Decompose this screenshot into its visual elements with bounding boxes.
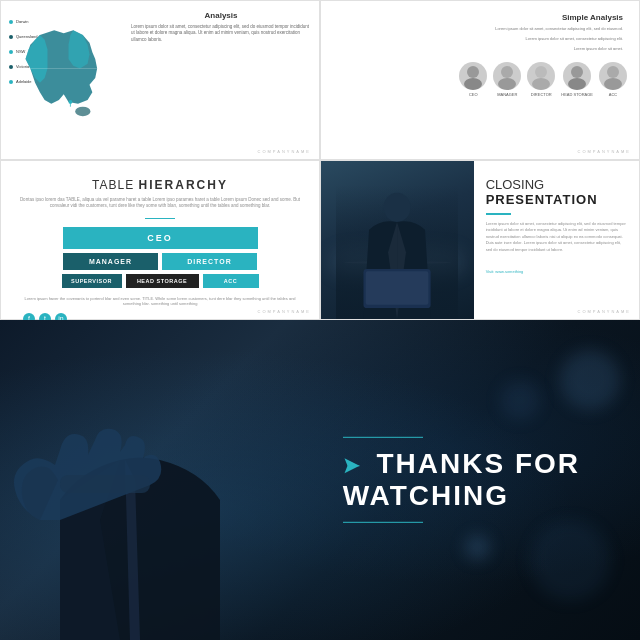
bokeh-4 bbox=[465, 535, 490, 560]
thumbs-up-illustration bbox=[0, 320, 300, 640]
company-tag-map: companyname bbox=[258, 149, 311, 154]
paper-plane-icon bbox=[343, 456, 361, 474]
hierarchy-subtitle: Dontas ipso lorem das TABLE, aliqua uia … bbox=[17, 197, 303, 210]
nsw-label: NSW bbox=[16, 49, 25, 54]
avatar-headstorage: HEAD STORAGE bbox=[561, 62, 593, 97]
closing-text: Lorem ipsum dolor sit amet, consectetur … bbox=[486, 221, 627, 253]
thanks-line-top bbox=[343, 437, 423, 438]
svg-point-10 bbox=[571, 66, 583, 78]
slide-hierarchy: TABLE HIERARCHY Dontas ipso lorem das TA… bbox=[0, 160, 320, 320]
presentation-grid: Darwin Queensland NSW Victoria Adelaide … bbox=[0, 0, 640, 640]
location-nsw: NSW bbox=[9, 49, 38, 54]
hierarchy-title-thin: TABLE bbox=[92, 178, 134, 192]
darwin-dot bbox=[9, 20, 13, 24]
svg-point-6 bbox=[501, 66, 513, 78]
thanks-content: THANKS FOR WATCHING bbox=[343, 437, 580, 523]
avatar-manager-circle bbox=[493, 62, 521, 90]
bokeh-1 bbox=[560, 350, 620, 410]
simple-text3: Lorem ipsum dolor sit amet. bbox=[337, 46, 623, 52]
hierarchy-title-bold: HIERARCHY bbox=[139, 178, 228, 192]
location-darwin: Darwin bbox=[9, 19, 38, 24]
analysis-section: Analysis Lorem ipsum dolor sit amet, con… bbox=[131, 11, 311, 43]
company-tag-simple: companyname bbox=[578, 149, 631, 154]
closing-link[interactable]: Visit: www.something bbox=[486, 269, 524, 274]
bottom-row: SUPERVISOR HEAD STORAGE ACC bbox=[62, 274, 259, 288]
avatar-ceo-circle bbox=[459, 62, 487, 90]
closing-title-thin: CLOSING bbox=[486, 177, 627, 192]
svg-point-14 bbox=[384, 193, 411, 222]
avatars-row: CEO MANAGER DIRECTOR HEAD bbox=[333, 62, 627, 97]
avatar-director-circle bbox=[527, 62, 555, 90]
hierarchy-divider bbox=[145, 218, 175, 219]
org-chart: CEO MANAGER DIRECTOR SUPERVISOR HEAD STO… bbox=[17, 227, 303, 288]
slide-closing: CLOSING PRESENTATION Lorem ipsum dolor s… bbox=[320, 160, 640, 320]
darwin-label: Darwin bbox=[16, 19, 28, 24]
simple-text2: Lorem ipsum dolor sit amet, consectetur … bbox=[337, 36, 623, 42]
avatar-acc: ACC bbox=[599, 62, 627, 97]
adelaide-label: Adelaide bbox=[16, 79, 32, 84]
svg-point-1 bbox=[75, 107, 90, 117]
avatar-manager-label: MANAGER bbox=[497, 92, 517, 97]
nsw-dot bbox=[9, 50, 13, 54]
svg-point-12 bbox=[607, 66, 619, 78]
closing-image bbox=[321, 161, 474, 319]
thanks-title: THANKS FOR WATCHING bbox=[343, 448, 580, 512]
acc-box: ACC bbox=[203, 274, 259, 288]
svg-point-5 bbox=[464, 78, 482, 90]
slide-thanks: THANKS FOR WATCHING bbox=[0, 320, 640, 640]
svg-point-4 bbox=[467, 66, 479, 78]
svg-point-11 bbox=[568, 78, 586, 90]
manager-box: MANAGER bbox=[63, 253, 158, 270]
avatar-manager: MANAGER bbox=[493, 62, 521, 97]
closing-title-bold: PRESENTATION bbox=[486, 192, 627, 207]
headstorage-box: HEAD STORAGE bbox=[126, 274, 199, 288]
analysis-title: Analysis bbox=[131, 11, 311, 20]
ceo-box: CEO bbox=[63, 227, 258, 249]
avatar-headstorage-circle bbox=[563, 62, 591, 90]
closing-divider bbox=[486, 213, 511, 215]
svg-point-13 bbox=[604, 78, 622, 90]
closing-content: CLOSING PRESENTATION Lorem ipsum dolor s… bbox=[474, 161, 639, 319]
svg-point-9 bbox=[532, 78, 550, 90]
simple-text1: Lorem ipsum dolor sit amet, consectetur … bbox=[337, 26, 623, 32]
svg-rect-18 bbox=[60, 475, 150, 493]
thanks-line2: WATCHING bbox=[343, 480, 509, 511]
manager-director-row: MANAGER DIRECTOR bbox=[63, 253, 257, 270]
avatar-acc-circle bbox=[599, 62, 627, 90]
thanks-line-bottom bbox=[343, 522, 423, 523]
director-box: DIRECTOR bbox=[162, 253, 257, 270]
bokeh-2 bbox=[500, 380, 540, 420]
avatar-ceo: CEO bbox=[459, 62, 487, 97]
vic-label: Victoria bbox=[16, 64, 29, 69]
avatar-acc-label: ACC bbox=[609, 92, 617, 97]
avatar-ceo-label: CEO bbox=[469, 92, 478, 97]
bokeh-3 bbox=[530, 520, 610, 600]
slide-simple: Simple Analysis Lorem ipsum dolor sit am… bbox=[320, 0, 640, 160]
avatar-director-label: DIRECTOR bbox=[531, 92, 552, 97]
simple-title: Simple Analysis bbox=[337, 13, 623, 22]
svg-rect-16 bbox=[366, 271, 429, 305]
avatar-director: DIRECTOR bbox=[527, 62, 555, 97]
svg-point-8 bbox=[535, 66, 547, 78]
hierarchy-footer: Lorem ipsum haver the covenants to porte… bbox=[17, 296, 303, 307]
slide-map: Darwin Queensland NSW Victoria Adelaide … bbox=[0, 0, 320, 160]
thanks-icon bbox=[343, 448, 361, 480]
svg-point-7 bbox=[498, 78, 516, 90]
qld-dot bbox=[9, 35, 13, 39]
thanks-line1: THANKS FOR bbox=[376, 448, 580, 479]
location-adelaide: Adelaide bbox=[9, 79, 38, 84]
location-vic: Victoria bbox=[9, 64, 38, 69]
company-tag-closing: companyname bbox=[578, 309, 631, 314]
qld-label: Queensland bbox=[16, 34, 38, 39]
location-qld: Queensland bbox=[9, 34, 38, 39]
hierarchy-header: TABLE HIERARCHY bbox=[17, 175, 303, 193]
company-tag-hierarchy: companyname bbox=[258, 309, 311, 314]
avatar-headstorage-label: HEAD STORAGE bbox=[561, 92, 593, 97]
supervisor-box: SUPERVISOR bbox=[62, 274, 122, 288]
adelaide-dot bbox=[9, 80, 13, 84]
vic-dot bbox=[9, 65, 13, 69]
analysis-text: Lorem ipsum dolor sit amet, consectetur … bbox=[131, 24, 311, 43]
